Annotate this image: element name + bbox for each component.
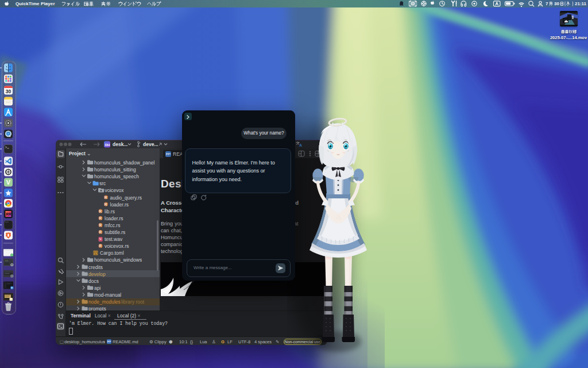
svg-text:src: src [99,181,106,186]
svg-text:homunculus_speech: homunculus_speech [94,174,139,179]
svg-text:loader.rs: loader.rs [105,216,123,221]
svg-text:deve...: deve... [143,141,158,147]
svg-text:V: V [6,179,11,186]
svg-text:node_modules: node_modules [88,299,121,305]
svg-text:lib.rs: lib.rs [105,209,115,214]
svg-text:subtitle.rs: subtitle.rs [105,229,125,235]
svg-text:voicevox: voicevox [105,187,125,193]
svg-text:mod-manual: mod-manual [94,292,121,298]
svg-text:homunculus_shadow_panel: homunculus_shadow_panel [94,160,154,166]
svg-text:DH: DH [105,143,110,147]
svg-text:voicevox.rs: voicevox.rs [105,243,129,249]
svg-text:Cargo.toml: Cargo.toml [100,250,124,256]
svg-text:docs: docs [88,278,99,284]
svg-text:library root: library root [121,299,145,305]
svg-text:homunculus_windows: homunculus_windows [94,257,142,263]
svg-text:desk...: desk... [113,141,127,147]
svg-text:api: api [94,285,100,291]
svg-text:mfcc.rs: mfcc.rs [105,223,120,228]
svg-text:test.wav: test.wav [105,236,123,242]
svg-text:credits: credits [88,264,103,270]
svg-text:RR: RR [6,212,11,216]
svg-text:30: 30 [6,89,11,94]
svg-text:loader.rs: loader.rs [110,202,129,208]
svg-text:homunculus_sitting: homunculus_sitting [94,167,136,172]
svg-text:audio_query.rs: audio_query.rs [110,195,142,201]
svg-text:develop: develop [88,271,106,277]
